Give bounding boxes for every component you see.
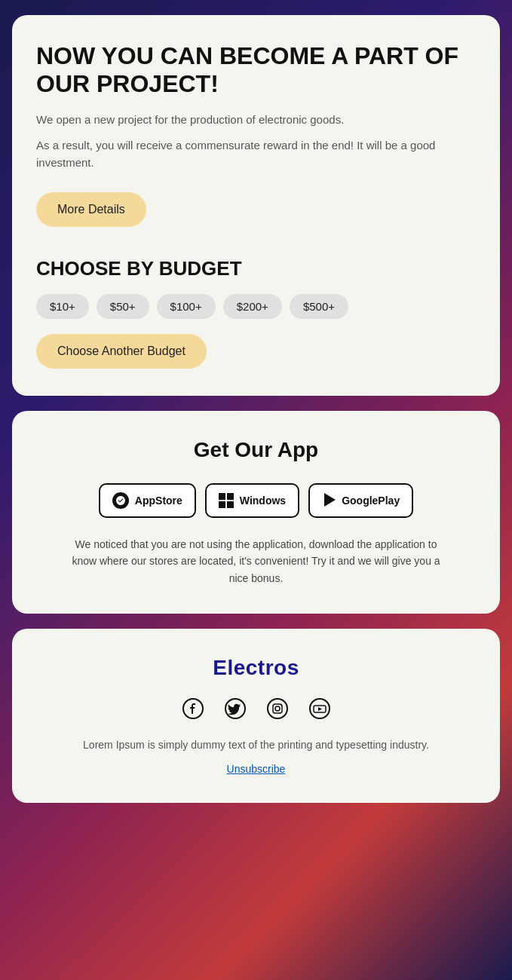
facebook-icon[interactable] xyxy=(179,695,207,722)
googleplay-label: GooglePlay xyxy=(342,495,400,507)
youtube-icon[interactable] xyxy=(306,695,333,722)
app-buttons-container: AppStore Windows GooglePlay xyxy=(30,483,482,518)
svg-rect-3 xyxy=(273,704,282,713)
instagram-icon[interactable] xyxy=(264,695,291,722)
footer-text: Lorem Ipsum is simply dummy text of the … xyxy=(30,737,482,753)
hero-title: NOW YOU CAN BECOME A PART OF OUR PROJECT… xyxy=(36,42,476,98)
chip-500[interactable]: $500+ xyxy=(290,294,348,319)
windows-label: Windows xyxy=(240,495,286,507)
social-icons-container xyxy=(30,695,482,722)
appstore-button[interactable]: AppStore xyxy=(99,483,196,518)
chip-10[interactable]: $10+ xyxy=(36,294,89,319)
budget-section-title: CHOOSE BY BUDGET xyxy=(36,257,476,280)
chip-50[interactable]: $50+ xyxy=(97,294,149,319)
googleplay-icon xyxy=(322,493,336,509)
chip-100[interactable]: $100+ xyxy=(157,294,216,319)
windows-button[interactable]: Windows xyxy=(205,483,299,518)
get-app-title: Get Our App xyxy=(30,438,482,462)
googleplay-button[interactable]: GooglePlay xyxy=(308,483,413,518)
appstore-label: AppStore xyxy=(135,495,182,507)
hero-description-1: We open a new project for the production… xyxy=(36,112,476,129)
appstore-icon xyxy=(112,492,129,509)
windows-icon xyxy=(219,493,234,508)
svg-point-2 xyxy=(268,699,287,718)
twitter-icon[interactable] xyxy=(222,695,249,722)
footer-brand: Electros xyxy=(30,656,482,680)
unsubscribe-button[interactable]: Unsubscribe xyxy=(227,763,286,775)
get-app-description: We noticed that you are not using the ap… xyxy=(68,536,445,586)
budget-chips-container: $10+ $50+ $100+ $200+ $500+ xyxy=(36,294,476,319)
hero-description-2: As a result, you will receive a commensu… xyxy=(36,137,476,171)
chip-200[interactable]: $200+ xyxy=(223,294,282,319)
get-app-card: Get Our App AppStore Windows GooglePlay xyxy=(12,411,500,614)
footer-card: Electros xyxy=(12,629,500,803)
choose-another-budget-button[interactable]: Choose Another Budget xyxy=(36,334,207,369)
svg-point-4 xyxy=(275,706,280,711)
svg-point-5 xyxy=(281,704,282,706)
more-details-button[interactable]: More Details xyxy=(36,192,146,227)
hero-card: NOW YOU CAN BECOME A PART OF OUR PROJECT… xyxy=(12,15,500,396)
